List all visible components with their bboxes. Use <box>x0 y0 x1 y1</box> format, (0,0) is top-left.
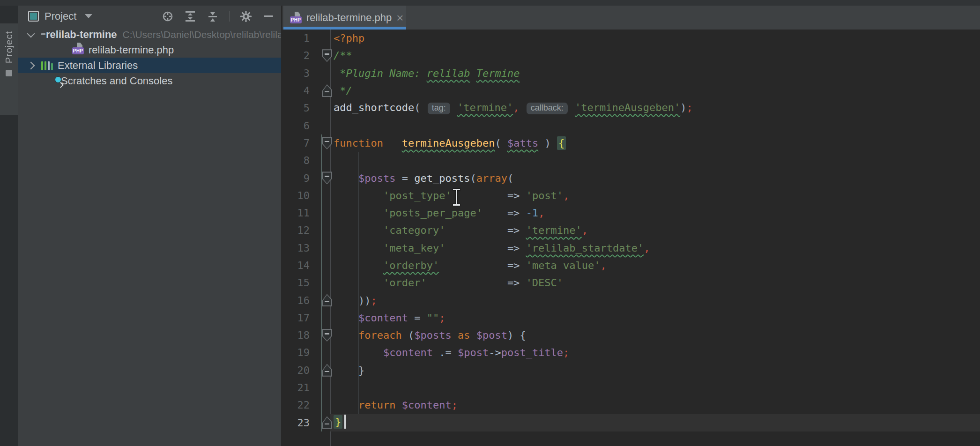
fold-end-icon[interactable] <box>322 294 332 306</box>
line-number[interactable]: 10 <box>282 190 313 201</box>
locate-icon[interactable] <box>162 10 174 22</box>
code-text: $content = ""; <box>334 312 445 324</box>
line-number[interactable]: 9 <box>282 172 313 184</box>
code-line-3[interactable]: 3 *Plugin Name: relilab Termine <box>282 65 980 82</box>
code-line-7[interactable]: 7function termineAusgeben( $atts ) { <box>282 134 980 152</box>
php-file-icon: PHP <box>290 12 302 23</box>
code-line-2[interactable]: 2/** <box>282 47 980 64</box>
code-text: } <box>334 364 364 376</box>
code-text: 'category' => 'termine', <box>334 224 588 236</box>
chevron-down-icon[interactable] <box>27 30 35 37</box>
code-line-10[interactable]: 10 'post_type' => 'post', <box>282 187 980 204</box>
tree-item-relilab-termine[interactable]: relilab-termineC:\Users\Daniel\Desktop\r… <box>18 27 281 42</box>
code-line-9[interactable]: 9 $posts = get_posts(array( <box>282 169 980 186</box>
chevron-down-icon[interactable] <box>85 14 92 18</box>
fold-slot <box>313 309 334 327</box>
code-line-17[interactable]: 17 $content = ""; <box>282 309 980 327</box>
code-line-19[interactable]: 19 $content .= $post->post_title; <box>282 344 980 361</box>
code-line-6[interactable]: 6 <box>282 117 980 134</box>
line-number[interactable]: 12 <box>282 224 313 236</box>
fold-slot <box>313 117 334 134</box>
tree-item-external-libraries[interactable]: External Libraries <box>18 58 281 73</box>
code-line-4[interactable]: 4 */ <box>282 82 980 99</box>
line-number[interactable]: 18 <box>282 329 313 341</box>
line-number[interactable]: 21 <box>282 382 313 394</box>
line-number[interactable]: 1 <box>282 32 313 44</box>
fold-end-icon[interactable] <box>322 84 332 97</box>
fold-slot <box>313 379 334 396</box>
fold-slot <box>313 327 334 344</box>
line-number[interactable]: 5 <box>282 102 313 114</box>
fold-slot <box>313 204 334 222</box>
code-line-18[interactable]: 18 foreach ($posts as $post) { <box>282 327 980 344</box>
line-number[interactable]: 20 <box>282 364 313 376</box>
code-text: 'meta_key' => 'relilab_startdate', <box>334 242 650 254</box>
code-line-1[interactable]: 1<?php <box>282 30 980 47</box>
fold-end-icon[interactable] <box>322 364 332 377</box>
fold-end-icon[interactable] <box>322 416 332 429</box>
line-number[interactable]: 17 <box>282 312 313 324</box>
stripe-project-icon <box>6 70 12 76</box>
code-line-20[interactable]: 20 } <box>282 362 980 379</box>
chevron-spacer <box>60 48 65 52</box>
editor-caret <box>344 415 346 429</box>
hide-icon[interactable] <box>262 10 275 22</box>
code-line-8[interactable]: 8 <box>282 152 980 169</box>
code-line-14[interactable]: 14 'orderby' => 'meta_value', <box>282 257 980 274</box>
line-number[interactable]: 3 <box>282 67 313 79</box>
code-line-22[interactable]: 22 return $content; <box>282 396 980 414</box>
fold-start-icon[interactable] <box>322 137 332 149</box>
code-text: foreach ($posts as $post) { <box>334 329 526 341</box>
code-line-12[interactable]: 12 'category' => 'termine', <box>282 222 980 239</box>
project-panel-title: Project <box>45 10 76 22</box>
code-text: */ <box>334 85 352 97</box>
code-text: *Plugin Name: relilab Termine <box>334 67 520 79</box>
code-line-5[interactable]: 5add_shortcode( tag: 'termine', callback… <box>282 99 980 117</box>
code-text: <?php <box>334 32 364 44</box>
code-line-11[interactable]: 11 'posts_per_page' => -1, <box>282 204 980 222</box>
line-number[interactable]: 13 <box>282 242 313 254</box>
code-line-15[interactable]: 15 'order' => 'DESC' <box>282 274 980 291</box>
project-panel: Project <box>18 6 282 446</box>
collapse-all-icon[interactable] <box>207 10 219 22</box>
fold-start-icon[interactable] <box>322 329 332 342</box>
line-number[interactable]: 6 <box>282 120 313 132</box>
fold-slot <box>313 344 334 361</box>
line-number[interactable]: 15 <box>282 277 313 289</box>
chevron-right-icon[interactable] <box>27 61 35 69</box>
code-line-21[interactable]: 21 <box>282 379 980 396</box>
line-number[interactable]: 14 <box>282 260 313 271</box>
stripe-button-project[interactable]: Project <box>0 23 18 115</box>
window-top-strip <box>0 0 980 6</box>
close-icon[interactable]: × <box>396 13 403 22</box>
code-editor[interactable]: 1<?php2/**3 *Plugin Name: relilab Termin… <box>282 30 980 446</box>
code-line-16[interactable]: 16 )); <box>282 291 980 309</box>
expand-all-icon[interactable] <box>184 10 196 22</box>
fold-slot <box>313 222 334 239</box>
settings-icon[interactable] <box>240 10 252 22</box>
code-line-23[interactable]: 23} <box>282 414 980 431</box>
line-number[interactable]: 8 <box>282 155 313 166</box>
fold-slot <box>313 169 334 186</box>
fold-start-icon[interactable] <box>322 171 332 184</box>
fold-slot <box>313 396 334 414</box>
line-number[interactable]: 23 <box>282 417 313 429</box>
tab-relilab-termine-php[interactable]: PHP relilab-termine.php × <box>283 6 406 30</box>
line-number[interactable]: 4 <box>282 85 313 97</box>
tree-item-label: Scratches and Consoles <box>61 75 172 87</box>
tree-item-relilab-termine-php[interactable]: PHPrelilab-termine.php <box>18 42 281 58</box>
fold-start-icon[interactable] <box>322 49 332 62</box>
code-text: /** <box>334 50 352 61</box>
fold-slot <box>313 239 334 257</box>
line-number[interactable]: 16 <box>282 295 313 306</box>
code-text: $posts = get_posts(array( <box>334 172 513 184</box>
line-number[interactable]: 11 <box>282 207 313 219</box>
code-line-13[interactable]: 13 'meta_key' => 'relilab_startdate', <box>282 239 980 257</box>
line-number[interactable]: 2 <box>282 50 313 61</box>
line-number[interactable]: 19 <box>282 347 313 358</box>
tree-item-scratches-and-consoles[interactable]: Scratches and Consoles <box>18 73 281 89</box>
line-number[interactable]: 22 <box>282 399 313 411</box>
fold-slot <box>313 65 334 82</box>
fold-slot <box>313 99 334 117</box>
line-number[interactable]: 7 <box>282 137 313 149</box>
